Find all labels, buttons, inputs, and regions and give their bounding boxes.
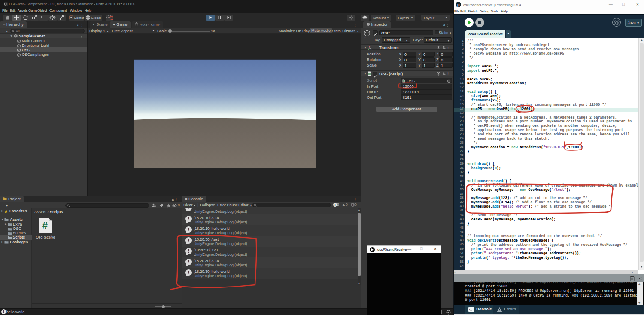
svg-text:#: # xyxy=(42,220,48,231)
